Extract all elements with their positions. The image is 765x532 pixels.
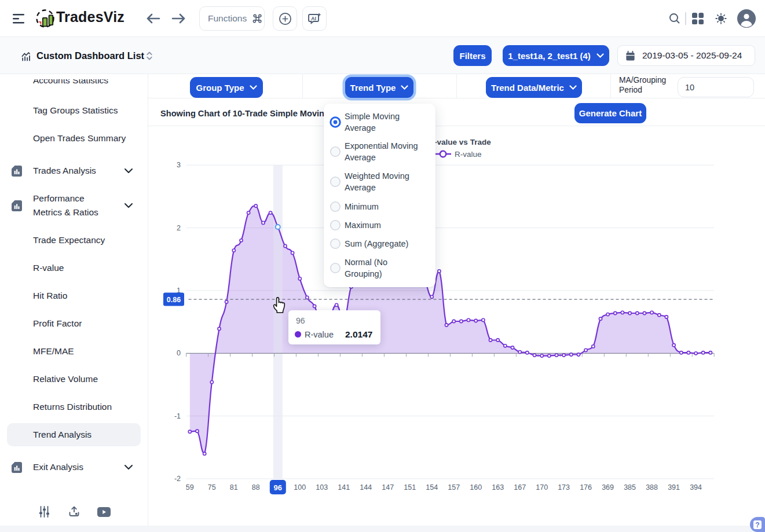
svg-text:369: 369 [602,483,614,491]
svg-text:-1: -1 [174,412,181,420]
svg-text:147: 147 [382,483,394,491]
svg-text:157: 157 [448,483,460,491]
svg-text:3: 3 [177,161,181,169]
svg-text:394: 394 [690,483,702,491]
svg-text:154: 154 [426,483,438,491]
svg-text:81: 81 [230,483,238,491]
svg-text:160: 160 [470,483,482,491]
svg-text:AI: AI [311,16,316,21]
svg-text:59: 59 [186,483,194,491]
svg-text:385: 385 [624,483,636,491]
svg-text:88: 88 [252,483,260,491]
svg-text:-2: -2 [174,475,181,483]
svg-text:170: 170 [536,483,548,491]
svg-text:151: 151 [404,483,416,491]
svg-text:2: 2 [177,224,181,232]
svg-text:388: 388 [646,483,658,491]
svg-text:167: 167 [514,483,526,491]
svg-text:141: 141 [338,483,350,491]
svg-text:75: 75 [208,483,216,491]
svg-text:144: 144 [360,483,372,491]
svg-text:0.86: 0.86 [167,296,181,304]
svg-text:391: 391 [668,483,680,491]
svg-text:176: 176 [580,483,592,491]
svg-text:96: 96 [274,483,282,492]
svg-text:163: 163 [492,483,504,491]
svg-text:173: 173 [558,483,570,491]
svg-text:103: 103 [316,483,328,491]
svg-text:100: 100 [294,483,306,491]
svg-text:0: 0 [177,349,181,357]
